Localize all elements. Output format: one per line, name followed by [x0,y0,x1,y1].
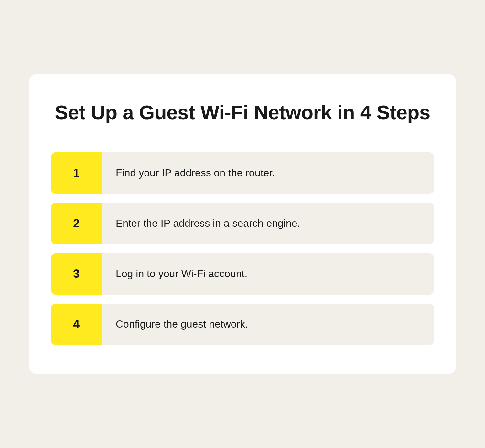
step-number-badge: 2 [51,203,102,244]
step-item: 2 Enter the IP address in a search engin… [51,203,434,244]
step-number-badge: 3 [51,253,102,295]
instruction-card: Set Up a Guest Wi-Fi Network in 4 Steps … [29,74,456,374]
step-description: Log in to your Wi-Fi account. [102,253,247,295]
step-item: 4 Configure the guest network. [51,304,434,345]
step-item: 1 Find your IP address on the router. [51,152,434,194]
step-number-badge: 1 [51,152,102,194]
steps-list: 1 Find your IP address on the router. 2 … [48,152,436,345]
step-description: Configure the guest network. [102,304,248,345]
step-item: 3 Log in to your Wi-Fi account. [51,253,434,295]
step-description: Find your IP address on the router. [102,152,275,194]
step-description: Enter the IP address in a search engine. [102,203,300,244]
step-number-badge: 4 [51,304,102,345]
card-title: Set Up a Guest Wi-Fi Network in 4 Steps [48,100,436,125]
